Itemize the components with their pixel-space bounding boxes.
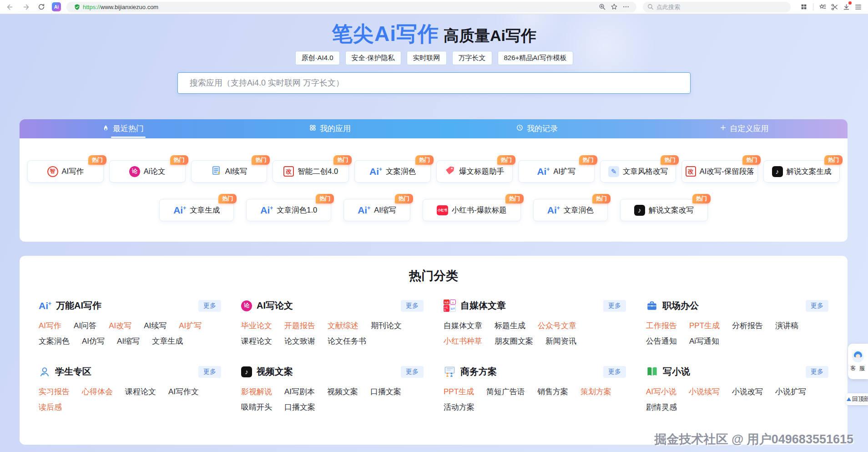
app-button[interactable]: 热门爆文标题助手 <box>436 160 513 183</box>
more-button[interactable]: 更多 <box>198 300 221 312</box>
category-link[interactable]: 论文致谢 <box>284 334 315 349</box>
more-button[interactable]: 更多 <box>603 366 626 378</box>
more-options-icon[interactable] <box>620 1 632 13</box>
app-button[interactable]: 热门改智能二创4.0 <box>273 160 349 183</box>
category-link[interactable]: 口播文案 <box>370 384 401 400</box>
forward-icon[interactable] <box>20 1 32 13</box>
back-icon[interactable] <box>4 1 15 13</box>
tab-my-records[interactable]: 我的记录 <box>434 119 641 138</box>
apps-grid-icon[interactable] <box>798 1 810 13</box>
customer-service-button[interactable]: 客 服 <box>848 344 868 379</box>
category-link[interactable]: 剧情灵感 <box>646 400 677 415</box>
category-link[interactable]: AI写剧本 <box>284 384 315 400</box>
category-link[interactable]: Ai写通知 <box>689 334 719 349</box>
category-link[interactable]: 小说续写 <box>689 384 720 400</box>
category-link[interactable]: 视频文案 <box>327 384 358 400</box>
category-link[interactable]: AI写作文 <box>168 384 199 400</box>
category-link[interactable]: 演讲稿 <box>775 318 798 334</box>
category-link[interactable]: 新闻资讯 <box>545 334 576 349</box>
security-shield-icon[interactable] <box>71 1 83 13</box>
category-link[interactable]: 心得体会 <box>82 384 113 400</box>
category-link[interactable]: 活动方案 <box>444 400 474 415</box>
category-link[interactable]: AI改写 <box>109 318 131 334</box>
category-link[interactable]: 小红书种草 <box>444 334 482 349</box>
category-link[interactable]: AI缩写 <box>117 334 140 349</box>
category-link[interactable]: AI仿写 <box>82 334 105 349</box>
address-bar[interactable]: https://www.bijianxiezuo.com <box>66 2 636 12</box>
category-link[interactable]: 期刊论文 <box>371 318 402 334</box>
app-search-bar[interactable] <box>177 72 691 94</box>
category-link[interactable]: AI写作 <box>39 318 61 334</box>
app-button[interactable]: 热门Ai+AI扩写 <box>518 160 595 183</box>
category-link[interactable]: 公告通知 <box>646 334 677 349</box>
tab-custom-app[interactable]: 自定义应用 <box>641 119 848 138</box>
category-link[interactable]: 开题报告 <box>284 318 315 334</box>
download-icon[interactable] <box>840 1 852 13</box>
app-button[interactable]: 热门论Ai论文 <box>109 160 186 183</box>
more-button[interactable]: 更多 <box>603 300 626 312</box>
bookmark-star-icon[interactable] <box>608 1 620 13</box>
url-host: www.bijianxiezuo.com <box>101 4 158 10</box>
app-button[interactable]: 热门智AI写作 <box>27 160 104 183</box>
app-button[interactable]: 热门♪解说文案生成 <box>763 160 840 183</box>
category-link[interactable]: 朋友圈文案 <box>495 334 533 349</box>
category-link[interactable]: 文案润色 <box>39 334 70 349</box>
more-button[interactable]: 更多 <box>401 300 424 312</box>
grid-icon <box>309 124 316 133</box>
more-button[interactable]: 更多 <box>806 366 828 378</box>
back-to-top-button[interactable]: 回顶部 <box>846 393 868 405</box>
clip-scissors-icon[interactable] <box>828 1 840 13</box>
category-link[interactable]: 课程论文 <box>241 334 272 349</box>
category-link[interactable]: 口播文案 <box>284 400 315 415</box>
category-link[interactable]: AI续写 <box>144 318 167 334</box>
app-button[interactable]: 热门小红书小红书-爆款标题 <box>423 199 521 221</box>
category-link[interactable]: PPT生成 <box>444 384 474 400</box>
zoom-in-icon[interactable] <box>596 1 608 13</box>
category-link[interactable]: 小说扩写 <box>775 384 806 400</box>
app-button[interactable]: 热门Ai+文章润色 <box>533 199 608 221</box>
app-button[interactable]: 热门✎文章风格改写 <box>600 160 676 183</box>
app-button[interactable]: 热门Ai+AI缩写 <box>343 199 410 221</box>
reload-icon[interactable] <box>35 1 47 13</box>
category-link[interactable]: 课程论文 <box>125 384 156 400</box>
category: 写小说更多AI写小说小说续写小说改写小说扩写剧情灵感 <box>646 366 828 415</box>
category-link[interactable]: 公众号文章 <box>538 318 576 334</box>
category-link[interactable]: 影视解说 <box>241 384 272 400</box>
category-link[interactable]: AI扩写 <box>179 318 202 334</box>
browser-search-input[interactable] <box>656 4 766 10</box>
more-button[interactable]: 更多 <box>806 300 828 312</box>
menu-icon[interactable] <box>852 1 864 13</box>
category-link[interactable]: 简短广告语 <box>486 384 525 400</box>
category-link[interactable]: 实习报告 <box>39 384 70 400</box>
category-link[interactable]: 文献综述 <box>328 318 358 334</box>
app-button[interactable]: 热门改AI改写-保留段落 <box>681 160 758 183</box>
category-link[interactable]: 自媒体文章 <box>444 318 482 334</box>
category-link[interactable]: 工作报告 <box>646 318 677 334</box>
category-link[interactable]: PPT生成 <box>689 318 720 334</box>
app-search-input[interactable] <box>178 78 690 88</box>
category-link[interactable]: 销售方案 <box>537 384 568 400</box>
category-link[interactable]: 策划方案 <box>580 384 611 400</box>
category-link[interactable]: 分析报告 <box>732 318 763 334</box>
app-button[interactable]: 热门Ai+文案润色 <box>354 160 431 183</box>
browser-search-box[interactable] <box>643 2 791 12</box>
app-label: AI缩写 <box>374 205 396 215</box>
favorites-icon[interactable] <box>817 1 828 13</box>
category-link[interactable]: 读后感 <box>39 400 62 415</box>
category-link[interactable]: 吸睛开头 <box>241 400 272 415</box>
app-button[interactable]: 热门Ai+文章生成 <box>159 199 234 221</box>
category-link[interactable]: AI写小说 <box>646 384 676 400</box>
category-link[interactable]: 标题生成 <box>495 318 525 334</box>
category-link[interactable]: 文章生成 <box>152 334 183 349</box>
category-link[interactable]: 小说改写 <box>732 384 763 400</box>
app-button[interactable]: 热门AI续写 <box>191 160 267 183</box>
category-link[interactable]: AI问答 <box>74 318 96 334</box>
category-link[interactable]: 毕业论文 <box>241 318 272 334</box>
category-link[interactable]: 论文任务书 <box>328 334 366 349</box>
app-button[interactable]: 热门Ai+文章润色1.0 <box>246 199 331 221</box>
app-button[interactable]: 热门♪解说文案改写 <box>620 199 708 221</box>
more-button[interactable]: 更多 <box>198 366 221 378</box>
tab-recent-hot[interactable]: 最近热门 <box>20 119 227 138</box>
tab-my-apps[interactable]: 我的应用 <box>227 119 434 138</box>
more-button[interactable]: 更多 <box>401 366 424 378</box>
